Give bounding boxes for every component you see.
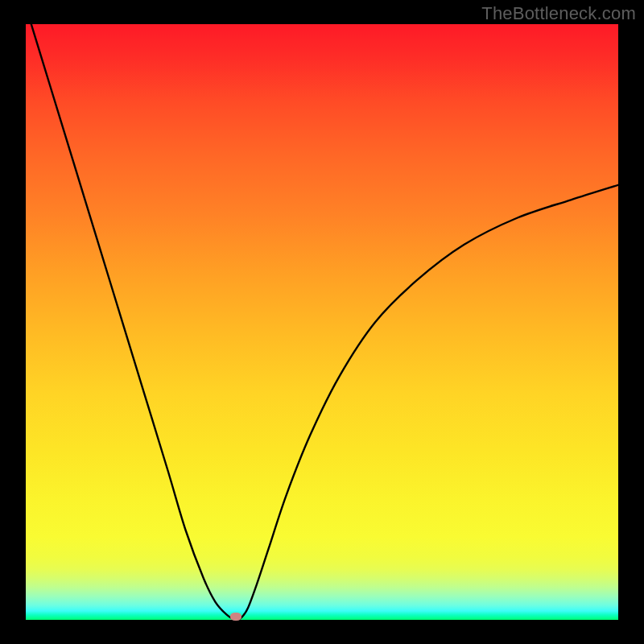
plot-area [26, 24, 618, 620]
optimum-marker [230, 613, 242, 621]
bottleneck-curve [26, 24, 618, 620]
watermark-text: TheBottleneck.com [481, 3, 636, 24]
chart-frame: TheBottleneck.com [0, 0, 644, 644]
